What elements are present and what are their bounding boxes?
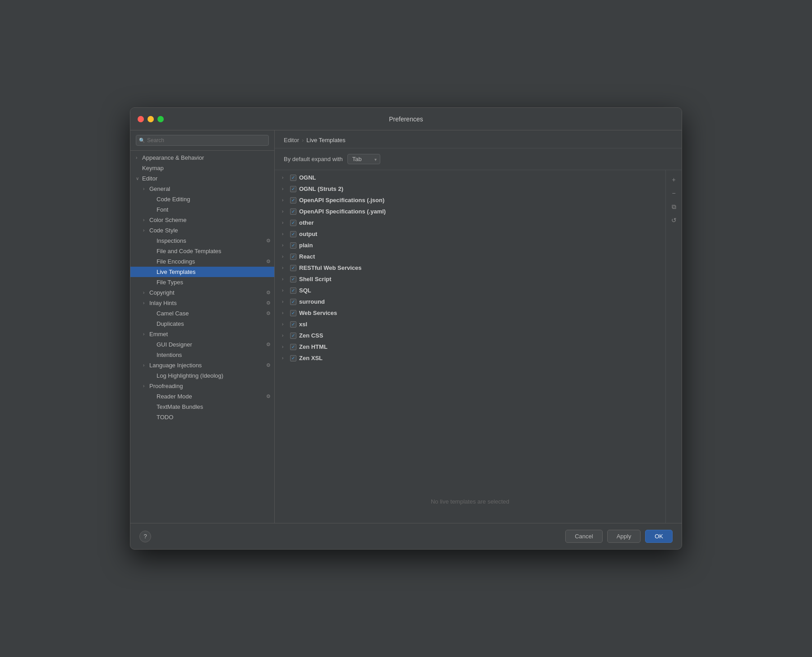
template-name: output: [299, 231, 317, 237]
sidebar-item-intentions[interactable]: Intentions: [130, 350, 274, 360]
template-item-openapi-json[interactable]: ›✓OpenAPI Specifications (.json): [275, 194, 665, 206]
add-template-button[interactable]: +: [668, 174, 680, 185]
template-item-zen-xsl[interactable]: ›✓Zen XSL: [275, 352, 665, 364]
template-checkbox[interactable]: ✓: [290, 186, 296, 192]
template-item-restful[interactable]: ›✓RESTful Web Services: [275, 262, 665, 273]
cancel-button[interactable]: Cancel: [565, 530, 602, 543]
sidebar-item-label: Duplicates: [157, 320, 271, 327]
sidebar-item-code-editing[interactable]: Code Editing: [130, 194, 274, 204]
chevron-icon: ∨: [136, 176, 142, 181]
sidebar-item-label: Color Scheme: [149, 217, 271, 223]
sidebar-item-label: General: [149, 185, 271, 192]
sidebar-item-reader-mode[interactable]: Reader Mode⚙: [130, 391, 274, 402]
template-checkbox[interactable]: ✓: [290, 333, 296, 339]
sidebar-item-editor[interactable]: ∨Editor: [130, 173, 274, 184]
sidebar-item-live-templates[interactable]: Live Templates: [130, 267, 274, 277]
chevron-icon: ›: [143, 301, 149, 305]
sidebar-item-todo[interactable]: TODO: [130, 412, 274, 422]
template-checkbox[interactable]: ✓: [290, 254, 296, 260]
apply-button[interactable]: Apply: [607, 530, 641, 543]
template-item-ognl[interactable]: ›✓OGNL: [275, 172, 665, 183]
sidebar-item-label: File Types: [157, 279, 271, 286]
template-checkbox[interactable]: ✓: [290, 276, 296, 282]
template-checkbox[interactable]: ✓: [290, 197, 296, 204]
sidebar-item-camel-case[interactable]: Camel Case⚙: [130, 308, 274, 319]
expand-icon: ›: [282, 333, 287, 338]
help-button[interactable]: ?: [139, 531, 151, 542]
template-item-web-services[interactable]: ›✓Web Services: [275, 307, 665, 319]
sidebar-item-inspections[interactable]: Inspections⚙: [130, 236, 274, 246]
sidebar-item-keymap[interactable]: Keymap: [130, 163, 274, 173]
sidebar-item-label: GUI Designer: [157, 341, 264, 348]
template-item-shell[interactable]: ›✓Shell Script: [275, 273, 665, 285]
template-item-ognl-struts2[interactable]: ›✓OGNL (Struts 2): [275, 183, 665, 194]
template-checkbox[interactable]: ✓: [290, 287, 296, 294]
search-input[interactable]: [136, 135, 269, 146]
template-checkbox[interactable]: ✓: [290, 355, 296, 361]
sidebar-item-duplicates[interactable]: Duplicates: [130, 319, 274, 329]
template-item-output[interactable]: ›✓output: [275, 228, 665, 240]
sidebar-item-language-injections[interactable]: ›Language Injections⚙: [130, 360, 274, 370]
template-checkbox[interactable]: ✓: [290, 208, 296, 215]
template-item-surround[interactable]: ›✓surround: [275, 296, 665, 307]
template-checkbox[interactable]: ✓: [290, 242, 296, 249]
template-item-xsl[interactable]: ›✓xsl: [275, 319, 665, 330]
chevron-icon: ›: [143, 186, 149, 191]
template-checkbox[interactable]: ✓: [290, 299, 296, 305]
sidebar-item-color-scheme[interactable]: ›Color Scheme: [130, 215, 274, 225]
template-name: Zen CSS: [299, 332, 323, 339]
template-item-zen-css[interactable]: ›✓Zen CSS: [275, 330, 665, 341]
reset-template-button[interactable]: ↺: [668, 214, 680, 226]
template-checkbox[interactable]: ✓: [290, 231, 296, 237]
sidebar-item-general[interactable]: ›General: [130, 184, 274, 194]
sidebar-item-file-encodings[interactable]: File Encodings⚙: [130, 256, 274, 267]
sidebar-item-inlay-hints[interactable]: ›Inlay Hints⚙: [130, 298, 274, 308]
template-checkbox[interactable]: ✓: [290, 310, 296, 316]
sidebar-item-gui-designer[interactable]: GUI Designer⚙: [130, 339, 274, 350]
remove-template-button[interactable]: −: [668, 187, 680, 199]
sidebar-item-file-types[interactable]: File Types: [130, 277, 274, 287]
template-checkbox[interactable]: ✓: [290, 175, 296, 181]
sidebar-item-emmet[interactable]: ›Emmet: [130, 329, 274, 339]
template-item-openapi-yaml[interactable]: ›✓OpenAPI Specifications (.yaml): [275, 206, 665, 217]
copy-template-button[interactable]: ⧉: [668, 201, 680, 213]
minimize-button[interactable]: [148, 116, 154, 122]
template-item-sql[interactable]: ›✓SQL: [275, 285, 665, 296]
sidebar-item-label: Code Editing: [157, 196, 271, 203]
template-name: Shell Script: [299, 276, 332, 282]
sidebar-item-font[interactable]: Font: [130, 204, 274, 215]
sidebar-item-textmate-bundles[interactable]: TextMate Bundles: [130, 402, 274, 412]
expand-icon: ›: [282, 310, 287, 315]
template-checkbox[interactable]: ✓: [290, 220, 296, 226]
ok-button[interactable]: OK: [645, 530, 673, 543]
template-item-zen-html[interactable]: ›✓Zen HTML: [275, 341, 665, 352]
template-item-react[interactable]: ›✓React: [275, 251, 665, 262]
sidebar-item-label: Copyright: [149, 289, 264, 296]
sidebar-item-log-highlighting[interactable]: Log Highlighting (Ideolog): [130, 370, 274, 381]
maximize-button[interactable]: [157, 116, 164, 122]
expand-dropdown[interactable]: TabEnterSpace: [347, 154, 380, 164]
chevron-icon: ›: [143, 363, 149, 368]
close-button[interactable]: [138, 116, 144, 122]
template-checkbox[interactable]: ✓: [290, 265, 296, 271]
expand-icon: ›: [282, 356, 287, 361]
sidebar-item-proofreading[interactable]: ›Proofreading: [130, 381, 274, 391]
template-name: OpenAPI Specifications (.yaml): [299, 208, 386, 215]
sidebar-item-appearance[interactable]: ›Appearance & Behavior: [130, 153, 274, 163]
template-checkbox[interactable]: ✓: [290, 344, 296, 350]
template-name: OpenAPI Specifications (.json): [299, 197, 384, 204]
chevron-icon: ›: [143, 217, 149, 222]
sidebar-item-file-code-templates[interactable]: File and Code Templates: [130, 246, 274, 256]
template-item-plain[interactable]: ›✓plain: [275, 240, 665, 251]
settings-icon: ⚙: [266, 300, 271, 306]
sidebar-item-copyright[interactable]: ›Copyright⚙: [130, 287, 274, 298]
template-item-other[interactable]: ›✓other: [275, 217, 665, 228]
expand-icon: ›: [282, 299, 287, 304]
template-name: OGNL: [299, 174, 316, 181]
settings-icon: ⚙: [266, 290, 271, 296]
sidebar-item-code-style[interactable]: ›Code Style: [130, 225, 274, 236]
template-checkbox[interactable]: ✓: [290, 321, 296, 328]
expand-icon: ›: [282, 288, 287, 293]
sidebar: 🔍 ›Appearance & BehaviorKeymap∨Editor›Ge…: [130, 130, 275, 523]
sidebar-item-label: File Encodings: [157, 258, 264, 265]
